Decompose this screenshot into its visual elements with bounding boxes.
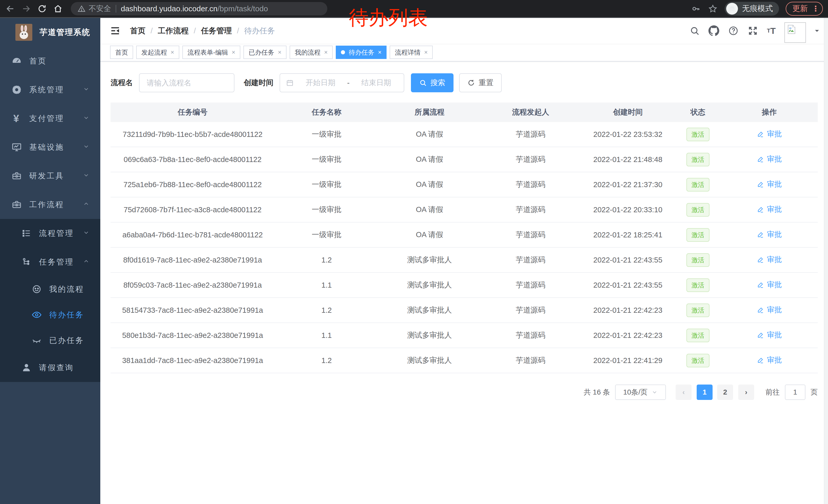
tab-close-icon[interactable]: × <box>232 49 235 56</box>
tab-2[interactable]: 流程表单-编辑× <box>182 46 240 59</box>
reset-button[interactable]: 重置 <box>459 73 502 92</box>
avatar[interactable] <box>784 22 806 43</box>
sidebar-item-5[interactable]: 工作流程 <box>0 190 100 219</box>
sidebar-collapse-icon[interactable] <box>110 26 120 36</box>
sidebar-item-7[interactable]: 任务管理 <box>0 248 100 276</box>
browser-menu-icon[interactable]: ⋮ <box>812 4 820 13</box>
search-button[interactable]: 搜索 <box>411 73 454 92</box>
column-header-4: 创建时间 <box>581 107 675 118</box>
cell-created: 2022-01-22 23:53:32 <box>581 130 675 139</box>
cell-process: OA 请假 <box>379 204 481 215</box>
update-button[interactable]: 更新 ⋮ <box>786 2 823 16</box>
approve-link[interactable]: 审批 <box>757 204 782 215</box>
help-icon[interactable] <box>728 26 739 36</box>
cell-starter: 芋道源码 <box>481 154 581 165</box>
approve-link[interactable]: 审批 <box>757 330 782 340</box>
url-bar[interactable]: 不安全 dashboard.yudao.iocoder.cn/bpm/task/… <box>71 2 327 15</box>
breadcrumb-item-0[interactable]: 首页 <box>130 26 146 36</box>
tab-6[interactable]: 流程详情× <box>389 46 433 59</box>
search-icon[interactable] <box>690 26 700 36</box>
breadcrumb-separator: / <box>194 27 196 35</box>
cell-action: 审批 <box>721 255 818 265</box>
url-path[interactable]: /bpm/task/todo <box>217 4 268 13</box>
back-icon[interactable] <box>5 4 15 14</box>
fullscreen-icon[interactable] <box>747 26 758 36</box>
date-range-picker[interactable]: 开始日期 - 结束日期 <box>280 73 404 92</box>
cell-action: 审批 <box>721 179 818 190</box>
tab-5[interactable]: 待办任务× <box>336 46 386 59</box>
text-size-icon[interactable]: TT <box>767 27 776 35</box>
prev-page-button[interactable]: ‹ <box>676 384 692 400</box>
security-label[interactable]: 不安全 <box>89 4 111 14</box>
cell-created: 2022-01-21 22:42:23 <box>581 331 675 340</box>
tab-close-icon[interactable]: × <box>278 49 281 56</box>
incognito-icon <box>726 3 738 15</box>
sidebar-item-1[interactable]: 系统管理 <box>0 75 100 104</box>
reload-icon[interactable] <box>37 4 47 14</box>
sidebar-item-8[interactable]: 我的流程 <box>0 276 100 302</box>
sidebar-item-0[interactable]: 首页 <box>0 47 100 75</box>
tab-close-icon[interactable]: × <box>324 49 328 56</box>
tab-close-icon[interactable]: × <box>171 49 174 56</box>
github-icon[interactable] <box>708 26 719 36</box>
table-row-3: 75d72608-7b7f-11ec-a3c8-acde48001122一级审批… <box>111 197 818 223</box>
tab-0[interactable]: 首页 <box>110 46 133 59</box>
approve-link[interactable]: 审批 <box>757 305 782 315</box>
sidebar-item-3[interactable]: 基础设施 <box>0 133 100 162</box>
cell-task-id: 75d72608-7b7f-11ec-a3c8-acde48001122 <box>111 205 275 214</box>
approve-link[interactable]: 审批 <box>757 229 782 240</box>
tab-close-icon[interactable]: × <box>378 49 381 56</box>
start-date-placeholder: 开始日期 <box>299 78 342 88</box>
not-secure-warning-icon[interactable] <box>78 5 86 13</box>
sidebar-item-2[interactable]: ¥支付管理 <box>0 104 100 133</box>
cell-task-name: 1.2 <box>275 306 379 315</box>
tab-4[interactable]: 我的流程× <box>290 46 333 59</box>
home-icon[interactable] <box>53 4 63 14</box>
chevron-down-icon <box>83 143 89 151</box>
approve-link-label: 审批 <box>767 255 782 265</box>
approve-link[interactable]: 审批 <box>757 280 782 290</box>
sidebar-item-label: 我的流程 <box>49 284 100 294</box>
robot-icon <box>31 283 43 295</box>
logo-row[interactable]: 芋道管理系统 <box>0 18 100 47</box>
breadcrumb-item-2[interactable]: 任务管理 <box>201 26 232 36</box>
approve-link[interactable]: 审批 <box>757 355 782 365</box>
tab-close-icon[interactable]: × <box>424 49 427 56</box>
approve-link[interactable]: 审批 <box>757 129 782 139</box>
sidebar-item-4[interactable]: 研发工具 <box>0 162 100 190</box>
approve-link[interactable]: 审批 <box>757 154 782 164</box>
caret-down-icon[interactable] <box>814 28 820 34</box>
sidebar-item-10[interactable]: 已办任务 <box>0 328 100 353</box>
cell-process: 测试多审批人 <box>379 355 481 366</box>
sidebar-item-9[interactable]: 待办任务 <box>0 302 100 328</box>
key-icon[interactable] <box>691 4 701 14</box>
table-row-2: 725a1eb6-7b88-11ec-8ef0-acde48001122一级审批… <box>111 172 818 197</box>
range-separator: - <box>347 79 349 87</box>
page-button-1[interactable]: 1 <box>697 384 713 400</box>
chevron-down-icon <box>83 229 89 238</box>
sidebar-item-11[interactable]: 请假查询 <box>0 353 100 382</box>
url-host[interactable]: dashboard.yudao.iocoder.cn <box>121 4 217 13</box>
tab-1[interactable]: 发起流程× <box>136 46 179 59</box>
process-name-input[interactable] <box>139 73 235 92</box>
approve-link[interactable]: 审批 <box>757 179 782 189</box>
goto-page-input[interactable] <box>785 384 805 400</box>
monitor-icon <box>11 141 23 153</box>
breadcrumb-item-1[interactable]: 工作流程 <box>158 26 189 36</box>
bookmark-star-icon[interactable] <box>708 4 718 14</box>
page-button-2[interactable]: 2 <box>717 384 733 400</box>
approve-link[interactable]: 审批 <box>757 255 782 265</box>
app-logo-rabbit-image <box>15 24 32 41</box>
cell-status: 激活 <box>675 228 721 242</box>
page-size-select[interactable]: 10条/页 <box>615 384 666 400</box>
forward-icon[interactable] <box>21 4 31 14</box>
cell-task-name: 1.2 <box>275 256 379 264</box>
cell-starter: 芋道源码 <box>481 355 581 366</box>
column-header-3: 流程发起人 <box>481 107 581 118</box>
breadcrumb-separator: / <box>237 27 239 35</box>
next-page-button[interactable]: › <box>738 384 754 400</box>
browser-scrollbar[interactable] <box>824 18 828 504</box>
sidebar-item-6[interactable]: 流程管理 <box>0 219 100 248</box>
tab-3[interactable]: 已办任务× <box>243 46 287 59</box>
table-header-row: 任务编号任务名称所属流程流程发起人创建时间状态操作 <box>111 102 818 122</box>
